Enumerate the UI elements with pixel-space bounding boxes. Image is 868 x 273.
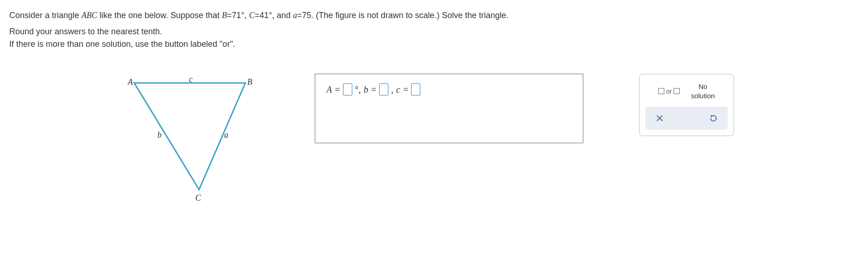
triangle-figure: A B C c b a <box>130 74 259 203</box>
problem-statement: Consider a triangle ABC like the one bel… <box>9 9 859 22</box>
input-c[interactable] <box>411 83 420 95</box>
side-c-label: c <box>189 75 193 84</box>
problem-prefix: Consider a triangle <box>9 11 81 20</box>
answer-b-eq: = <box>371 84 376 95</box>
problem-mid1: like the one below. Suppose that <box>97 11 222 20</box>
or-label: or <box>666 88 672 95</box>
given-B-eq: =71°, <box>227 11 249 20</box>
input-b[interactable] <box>379 83 388 95</box>
no-solution-line1: No <box>691 82 715 91</box>
svg-marker-0 <box>134 83 245 190</box>
side-a-label: a <box>224 130 228 140</box>
answer-A-unit: °, <box>355 84 361 95</box>
given-a-eq: =75. (The figure is not drawn to scale.)… <box>297 11 509 20</box>
vertex-B-label: B <box>247 77 252 87</box>
or-box-right-icon <box>674 88 680 94</box>
given-a-var: a <box>293 11 297 20</box>
no-solution-line2: solution <box>691 91 715 101</box>
given-C-eq: =41°, and <box>255 11 293 20</box>
given-B-var: B <box>222 11 227 20</box>
instruction-line2: If there is more than one solution, use … <box>9 38 859 51</box>
side-b-label: b <box>157 130 162 140</box>
answer-A-eq: = <box>335 84 340 95</box>
input-A[interactable] <box>343 83 352 95</box>
controls-panel: or No solution <box>639 74 734 136</box>
instruction-line1: Round your answers to the nearest tenth. <box>9 25 859 38</box>
answer-b-var: b <box>364 84 368 95</box>
answer-c-eq: = <box>403 84 408 95</box>
answer-c-var: c <box>396 84 400 95</box>
reset-button[interactable] <box>706 111 720 125</box>
or-button[interactable]: or <box>655 85 683 98</box>
close-icon <box>656 114 664 122</box>
no-solution-button[interactable]: No solution <box>687 80 718 102</box>
vertex-A-label: A <box>128 77 133 87</box>
answer-b-comma: , <box>391 84 393 95</box>
clear-button[interactable] <box>653 111 667 125</box>
or-box-left-icon <box>658 88 664 94</box>
undo-icon <box>709 114 718 123</box>
instructions: Round your answers to the nearest tenth.… <box>9 25 859 51</box>
bottom-controls <box>645 107 728 130</box>
answer-box: A = °, b = , c = <box>315 74 583 143</box>
answer-line: A = °, b = , c = <box>326 83 572 95</box>
vertex-C-label: C <box>195 193 201 203</box>
answer-A-var: A <box>326 84 332 95</box>
triangle-name: ABC <box>81 11 97 20</box>
given-C-var: C <box>249 11 255 20</box>
